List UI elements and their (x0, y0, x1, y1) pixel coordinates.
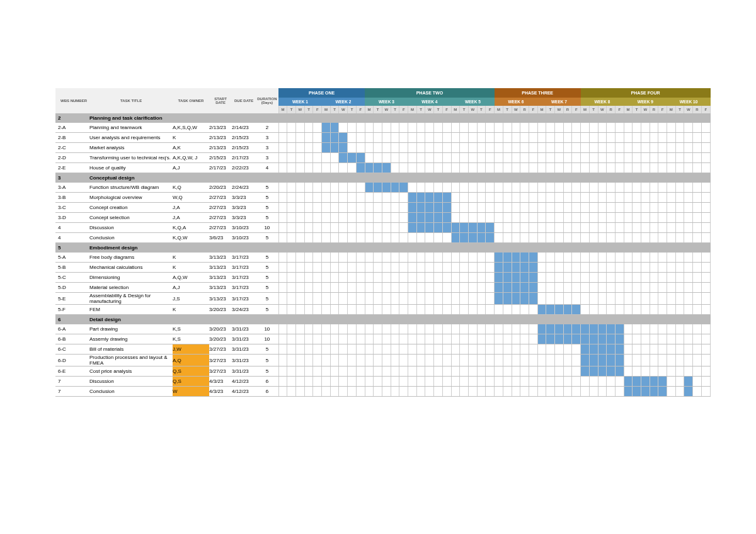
task-duration: 10 (256, 324, 278, 334)
gantt-bar-cell (529, 273, 537, 283)
gantt-cell (304, 153, 313, 163)
gantt-cell (468, 213, 477, 223)
gantt-cell (434, 133, 443, 143)
gantt-cell (477, 387, 486, 397)
task-due: 2/15/23 (232, 143, 256, 153)
gantt-cell (391, 293, 399, 305)
task-row: 6-DProduction processes and layout & FME… (55, 355, 711, 366)
gantt-cell (304, 253, 313, 263)
gantt-cell (624, 183, 633, 193)
gantt-cell (434, 324, 443, 334)
gantt-cell (554, 233, 563, 243)
gantt-cell (486, 387, 495, 397)
gantt-cell (650, 273, 658, 283)
gantt-bar-cell (572, 334, 581, 344)
gantt-cell (330, 366, 339, 377)
gantt-cell (512, 377, 520, 387)
week-header: WEEK 9 (624, 98, 667, 106)
gantt-cell (624, 123, 633, 133)
gantt-bar-cell (495, 253, 503, 263)
gantt-cell (589, 123, 598, 133)
gantt-cell (451, 143, 460, 153)
task-title: Free body diagrams (89, 253, 173, 263)
task-start: 2/20/23 (209, 183, 232, 193)
task-owner: J,A (173, 213, 209, 223)
gantt-cell (477, 143, 486, 153)
gantt-cell (442, 355, 451, 366)
gantt-cell (287, 183, 296, 193)
gantt-cell (563, 143, 572, 153)
gantt-cell (520, 123, 529, 133)
gantt-cell (607, 203, 616, 213)
gantt-cell (624, 324, 633, 334)
task-row: 3-CConcept creationJ,A2/27/233/3/235 (55, 203, 711, 213)
gantt-cell (425, 183, 434, 193)
gantt-cell (581, 233, 590, 243)
gantt-bar-cell (495, 273, 503, 283)
gantt-cell (520, 305, 529, 315)
gantt-bar-cell (434, 213, 443, 223)
gantt-cell (434, 387, 443, 397)
gantt-cell (434, 163, 443, 173)
gantt-cell (667, 163, 676, 173)
gantt-cell (356, 324, 365, 334)
gantt-cell (356, 273, 365, 283)
gantt-cell (304, 366, 313, 377)
task-duration: 5 (256, 293, 278, 305)
task-start: 2/27/23 (209, 213, 232, 223)
gantt-cell (330, 283, 339, 293)
gantt-cell (589, 213, 598, 223)
gantt-cell (374, 305, 382, 315)
task-row: 5-BMechanical calculationsK3/13/233/17/2… (55, 263, 711, 273)
gantt-cell (520, 143, 529, 153)
gantt-cell (399, 203, 408, 213)
task-start: 3/27/23 (209, 344, 232, 355)
gantt-cell (693, 355, 702, 366)
gantt-cell (322, 213, 331, 223)
gantt-cell (667, 183, 676, 193)
gantt-cell (330, 183, 339, 193)
gantt-cell (356, 387, 365, 397)
gantt-cell (589, 183, 598, 193)
task-wbs: 3-D (55, 213, 89, 223)
gantt-bar-cell (520, 283, 529, 293)
gantt-cell (658, 293, 667, 305)
task-start: 3/13/23 (209, 283, 232, 293)
week-header: WEEK 1 (278, 98, 321, 106)
gantt-cell (451, 344, 460, 355)
gantt-cell (693, 163, 702, 173)
task-owner: K (173, 253, 209, 263)
gantt-bar-cell (416, 203, 425, 213)
gantt-cell (477, 377, 486, 387)
gantt-cell (477, 355, 486, 366)
gantt-cell (304, 324, 313, 334)
gantt-cell (684, 273, 693, 283)
gantt-cell (322, 283, 331, 293)
gantt-cell (512, 305, 520, 315)
gantt-cell (287, 203, 296, 213)
gantt-cell (322, 193, 331, 203)
gantt-cell (356, 223, 365, 233)
col-wbs: WBS NUMBER (55, 88, 89, 113)
gantt-cell (425, 366, 434, 377)
gantt-cell (477, 324, 486, 334)
day-header: F (658, 106, 667, 113)
gantt-cell (650, 334, 658, 344)
gantt-cell (313, 183, 322, 193)
task-owner: K (173, 133, 209, 143)
gantt-cell (537, 355, 546, 366)
task-start: 3/27/23 (209, 355, 232, 366)
gantt-cell (356, 253, 365, 263)
day-header: T (348, 106, 357, 113)
gantt-bar-cell (330, 133, 339, 143)
gantt-cell (546, 143, 555, 153)
gantt-cell (434, 123, 443, 133)
gantt-cell (296, 305, 305, 315)
day-header: F (399, 106, 408, 113)
gantt-bar-cell (408, 223, 417, 233)
gantt-cell (374, 293, 382, 305)
col-owner: TASK OWNER (173, 88, 209, 113)
gantt-cell (399, 366, 408, 377)
task-wbs: 3-B (55, 193, 89, 203)
gantt-cell (382, 344, 391, 355)
